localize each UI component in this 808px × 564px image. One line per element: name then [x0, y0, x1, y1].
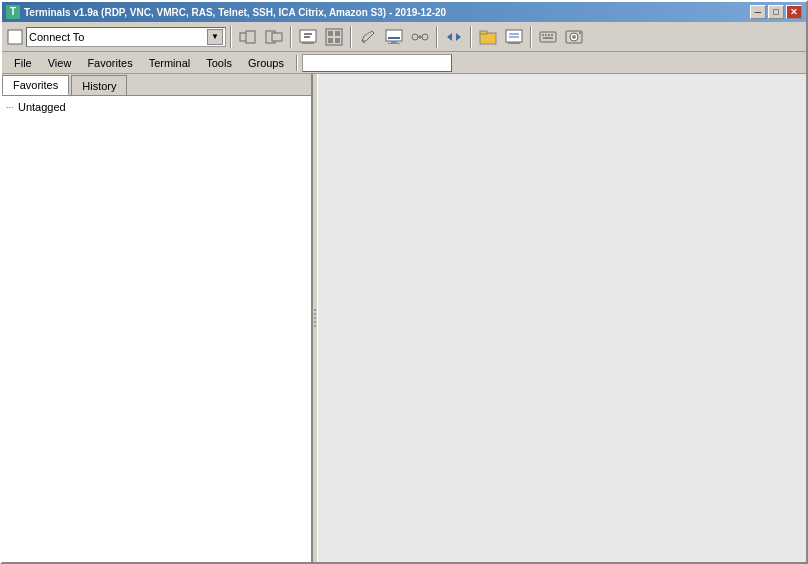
tab-favorites[interactable]: Favorites: [2, 75, 69, 95]
toolbar-btn-connection[interactable]: [408, 25, 432, 49]
toolbar-separator-5: [470, 26, 472, 48]
svg-point-40: [572, 35, 576, 39]
menu-view[interactable]: View: [40, 55, 80, 71]
edit-icon: [359, 28, 377, 46]
screenshot-icon: [565, 28, 583, 46]
splitter-dot: [314, 321, 316, 323]
tree-item-label: Untagged: [18, 101, 66, 113]
tree-expander-icon: ···: [6, 102, 16, 112]
menubar: File View Favorites Terminal Tools Group…: [2, 52, 806, 74]
svg-rect-26: [480, 33, 496, 44]
toolbar-btn-back[interactable]: [236, 25, 260, 49]
connect-icon: [6, 28, 24, 46]
toolbar-btn-screenshot[interactable]: [562, 25, 586, 49]
main-area: Favorites History ··· Untagged: [2, 74, 806, 562]
title-bar: T Terminals v1.9a (RDP, VNC, VMRC, RAS, …: [2, 2, 806, 22]
svg-rect-33: [542, 34, 544, 36]
toolbar-btn-monitor[interactable]: [382, 25, 406, 49]
monitor-icon: [385, 28, 403, 46]
right-panel: [318, 74, 806, 562]
svg-marker-25: [456, 33, 461, 41]
tree-area: ··· Untagged: [2, 96, 311, 562]
svg-rect-11: [335, 31, 340, 36]
settings-icon: [505, 28, 523, 46]
keyboard-icon: [539, 28, 557, 46]
svg-rect-6: [302, 42, 314, 44]
svg-rect-34: [545, 34, 547, 36]
connect-to-dropdown[interactable]: Connect To ▼: [26, 27, 226, 47]
toolbar-separator-3: [350, 26, 352, 48]
splitter-dot: [314, 309, 316, 311]
search-input[interactable]: [302, 54, 452, 72]
forward-icon: [265, 28, 283, 46]
toolbar-btn-edit[interactable]: [356, 25, 380, 49]
minimize-button[interactable]: ─: [750, 5, 766, 19]
svg-rect-2: [246, 31, 255, 43]
checkbox-icon: [7, 29, 23, 45]
svg-rect-13: [335, 38, 340, 43]
svg-point-20: [412, 34, 418, 40]
svg-rect-37: [543, 37, 553, 39]
toolbar-separator-4: [436, 26, 438, 48]
svg-rect-10: [328, 31, 333, 36]
connect-to-area: Connect To ▼: [6, 27, 226, 47]
new-terminal-icon: [299, 28, 317, 46]
svg-rect-17: [391, 41, 397, 43]
menu-file[interactable]: File: [6, 55, 40, 71]
svg-rect-28: [506, 30, 522, 42]
app-icon: T: [6, 5, 20, 19]
menu-separator: [296, 55, 298, 71]
tab-history[interactable]: History: [71, 75, 127, 95]
svg-rect-29: [508, 42, 520, 44]
toolbar-btn-settings[interactable]: [502, 25, 526, 49]
svg-point-21: [422, 34, 428, 40]
toolbar-separator-1: [230, 26, 232, 48]
capture-icon: [325, 28, 343, 46]
dropdown-arrow-icon[interactable]: ▼: [207, 29, 223, 45]
back-icon: [239, 28, 257, 46]
toolbar-btn-folder[interactable]: [476, 25, 500, 49]
svg-rect-5: [300, 30, 316, 42]
tabs-row: Favorites History: [2, 74, 311, 96]
svg-rect-27: [480, 31, 487, 34]
toolbar-separator-2: [290, 26, 292, 48]
connection-icon: [411, 28, 429, 46]
splitter-dot: [314, 317, 316, 319]
menu-groups[interactable]: Groups: [240, 55, 292, 71]
maximize-button[interactable]: □: [768, 5, 784, 19]
toolbar-btn-new-terminal[interactable]: [296, 25, 320, 49]
close-button[interactable]: ✕: [786, 5, 802, 19]
folder-icon: [479, 28, 497, 46]
title-bar-text: T Terminals v1.9a (RDP, VNC, VMRC, RAS, …: [6, 5, 446, 19]
toolbar: Connect To ▼: [2, 22, 806, 52]
menu-terminal[interactable]: Terminal: [141, 55, 199, 71]
svg-rect-35: [548, 34, 550, 36]
svg-rect-12: [328, 38, 333, 43]
svg-rect-16: [386, 30, 402, 41]
splitter-dot: [314, 325, 316, 327]
window-title: Terminals v1.9a (RDP, VNC, VMRC, RAS, Te…: [24, 7, 446, 18]
splitter-dot: [314, 313, 316, 315]
toolbar-btn-capture[interactable]: [322, 25, 346, 49]
toolbar-btn-keyboard[interactable]: [536, 25, 560, 49]
svg-rect-0: [8, 30, 22, 44]
code-icon: [445, 28, 463, 46]
svg-rect-18: [388, 43, 400, 44]
main-window: T Terminals v1.9a (RDP, VNC, VMRC, RAS, …: [0, 0, 808, 564]
toolbar-btn-forward[interactable]: [262, 25, 286, 49]
menu-tools[interactable]: Tools: [198, 55, 240, 71]
svg-rect-4: [272, 33, 282, 41]
toolbar-btn-code[interactable]: [442, 25, 466, 49]
svg-rect-41: [579, 32, 581, 34]
svg-rect-36: [551, 34, 553, 36]
connect-to-text: Connect To: [29, 31, 84, 43]
svg-marker-24: [447, 33, 452, 41]
left-panel: Favorites History ··· Untagged: [2, 74, 312, 562]
splitter-handle: [314, 309, 316, 327]
title-controls: ─ □ ✕: [750, 5, 802, 19]
toolbar-separator-6: [530, 26, 532, 48]
list-item[interactable]: ··· Untagged: [6, 100, 307, 114]
menu-favorites[interactable]: Favorites: [79, 55, 140, 71]
